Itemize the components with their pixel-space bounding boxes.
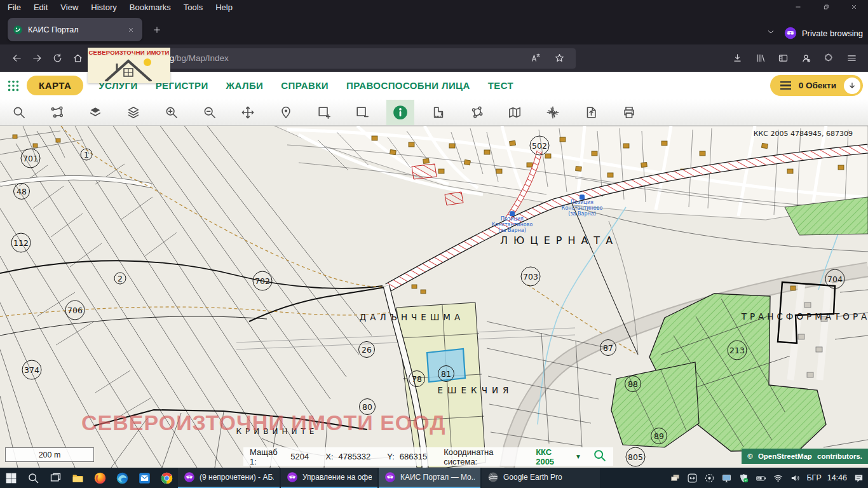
tray-volume-icon[interactable] — [789, 472, 801, 484]
back-icon[interactable] — [6, 48, 27, 69]
taskbar-window-3[interactable]: Google Earth Pro — [482, 468, 600, 488]
tab-close-icon[interactable] — [125, 24, 137, 36]
tool-layers-icon[interactable] — [123, 102, 144, 123]
tool-measure-length-icon[interactable] — [428, 102, 449, 123]
tool-route-icon[interactable] — [46, 102, 68, 123]
edge-icon[interactable] — [111, 468, 133, 488]
tray-wifi-icon[interactable] — [772, 472, 783, 484]
taskbar-window-label: Управление на офер... — [302, 473, 372, 482]
menu-item-history[interactable]: History — [91, 3, 116, 12]
crs-dropdown-icon[interactable]: ▼ — [575, 453, 581, 460]
tool-base-layers-icon[interactable] — [85, 102, 106, 123]
apps-grid-icon[interactable] — [6, 79, 20, 93]
start-button[interactable] — [0, 468, 22, 488]
tool-measure-area-icon[interactable] — [466, 102, 487, 123]
home-icon[interactable] — [67, 48, 88, 69]
action-center-icon[interactable] — [853, 472, 864, 484]
tool-search-icon[interactable] — [8, 102, 30, 123]
tray-security-shield-icon[interactable] — [738, 472, 749, 484]
tool-zoom-in-icon[interactable] — [161, 102, 182, 123]
taskbar-window-0[interactable]: (9 непрочетени) - АБ... — [178, 468, 280, 488]
tray-capture-icon[interactable] — [703, 472, 715, 484]
window-controls — [784, 0, 868, 14]
tray-screens-icon[interactable] — [669, 472, 681, 484]
browser-tab[interactable]: КАИС Портал — [8, 18, 142, 41]
tool-print-icon[interactable] — [618, 102, 640, 123]
library-icon[interactable] — [750, 48, 770, 69]
account-icon[interactable] — [796, 48, 816, 69]
tool-select-add-icon[interactable] — [313, 102, 335, 123]
new-tab-button[interactable] — [147, 20, 166, 39]
objects-download-icon[interactable] — [844, 78, 860, 94]
firefox-private-icon — [184, 471, 195, 483]
parcel-number: 805 — [626, 447, 646, 467]
parcel-number: 89 — [651, 428, 667, 444]
browser-tab-bar: КАИС Портал Private browsing — [0, 14, 868, 44]
crs-value[interactable]: ККС 2005 — [536, 447, 571, 466]
app-menu-icon[interactable] — [841, 48, 862, 69]
downloads-icon[interactable] — [727, 48, 747, 69]
house-logo-icon — [92, 56, 166, 81]
parcel-number: 502 — [530, 136, 550, 156]
site-nav-item-karta-active[interactable]: КАРТА — [27, 76, 83, 95]
osm-attribution[interactable]: © OpenStreetMap contributors. — [742, 449, 868, 464]
firefox-private-icon — [384, 471, 396, 483]
forward-icon[interactable] — [27, 48, 47, 69]
tray-monitor-icon[interactable] — [721, 472, 732, 484]
site-nav-item-3[interactable]: СПРАВКИ — [281, 80, 329, 91]
area-label-4: ТРАНСФОРМАТОРА — [742, 311, 868, 322]
tool-pan-icon[interactable] — [237, 102, 259, 123]
map-viewport[interactable]: ККС 2005 4784945, 687309 701148112270637… — [0, 126, 868, 468]
tool-select-remove-icon[interactable] — [351, 102, 373, 123]
extensions-icon[interactable] — [818, 48, 839, 69]
tool-coordinate-grid-icon[interactable] — [542, 102, 564, 123]
language-indicator[interactable]: БГР — [806, 473, 821, 482]
menu-item-tools[interactable]: Tools — [184, 3, 203, 12]
menu-item-bookmarks[interactable]: Bookmarks — [130, 3, 171, 12]
sidebar-icon[interactable] — [773, 48, 793, 69]
tray-battery-icon[interactable] — [755, 472, 766, 484]
menu-item-help[interactable]: Help — [215, 3, 233, 12]
objects-count-label: 0 Обекти — [799, 81, 836, 90]
menu-item-view[interactable]: View — [60, 3, 78, 12]
task-view-icon[interactable] — [44, 468, 67, 488]
parcel-number: 702 — [253, 271, 273, 291]
menu-bar-items: FileEditViewHistoryBookmarksToolsHelp — [0, 3, 784, 12]
site-nav-item-5[interactable]: ТЕСТ — [488, 80, 513, 91]
browser-menu-bar: FileEditViewHistoryBookmarksToolsHelp — [0, 0, 868, 14]
taskbar-window-label: Google Earth Pro — [503, 473, 562, 482]
scale-value[interactable]: 5204 — [290, 452, 309, 461]
tool-location-icon[interactable] — [275, 102, 297, 123]
file-explorer-icon[interactable] — [67, 468, 89, 488]
parcel-number: 701 — [21, 149, 41, 168]
translate-icon[interactable] — [525, 48, 545, 69]
clock[interactable]: 14:46 — [827, 473, 847, 482]
bookmark-star-icon[interactable] — [549, 48, 569, 69]
parcel-number: 88 — [625, 376, 641, 392]
taskbar-search-icon[interactable] — [22, 468, 44, 488]
chrome-icon[interactable] — [156, 468, 178, 488]
y-label: Y: — [387, 452, 395, 461]
restore-icon[interactable] — [812, 0, 840, 14]
taskbar-window-2[interactable]: КАИС Портал — Mo... — [379, 468, 480, 488]
firefox-icon[interactable] — [89, 468, 111, 488]
minimize-icon[interactable] — [784, 0, 812, 14]
tool-zoom-out-icon[interactable] — [199, 102, 220, 123]
mail-app-icon[interactable] — [133, 468, 156, 488]
taskbar-window-1[interactable]: Управление на офер... — [281, 468, 377, 488]
parcel-number: 78 — [409, 370, 425, 387]
tray-teamviewer-icon[interactable] — [686, 472, 698, 484]
reload-icon[interactable] — [47, 48, 67, 69]
tool-info-icon[interactable] — [386, 100, 414, 125]
status-search-icon[interactable] — [593, 449, 607, 464]
tool-map-sheet-icon[interactable] — [504, 102, 526, 123]
objects-badge[interactable]: 0 Обекти — [770, 75, 863, 96]
site-nav-item-4[interactable]: ПРАВОСПОСОБНИ ЛИЦА — [346, 80, 470, 91]
tool-export-icon[interactable] — [580, 102, 602, 123]
list-all-tabs-chevron-icon[interactable] — [766, 27, 775, 39]
menu-item-edit[interactable]: Edit — [34, 3, 48, 12]
close-icon[interactable] — [840, 0, 868, 14]
menu-item-file[interactable]: File — [8, 3, 21, 12]
site-nav-item-2[interactable]: ЖАЛБИ — [226, 80, 264, 91]
parcel-number: 112 — [11, 233, 31, 253]
